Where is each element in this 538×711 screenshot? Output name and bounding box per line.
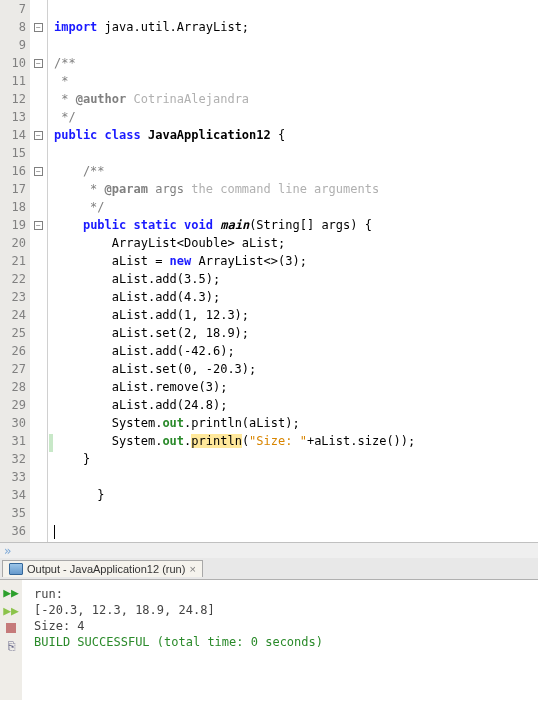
line-number: 15 bbox=[0, 144, 26, 162]
line-number: 23 bbox=[0, 288, 26, 306]
line-number: 29 bbox=[0, 396, 26, 414]
output-content[interactable]: run: [-20.3, 12.3, 18.9, 24.8] Size: 4 B… bbox=[22, 580, 538, 700]
line-number: 32 bbox=[0, 450, 26, 468]
line-number: 22 bbox=[0, 270, 26, 288]
fold-toggle-icon[interactable]: − bbox=[34, 59, 43, 68]
method-name: main bbox=[220, 218, 249, 232]
text-cursor bbox=[54, 525, 55, 539]
line-number: 16 bbox=[0, 162, 26, 180]
line-number: 9 bbox=[0, 36, 26, 54]
build-status-line: BUILD SUCCESSFUL (total time: 0 seconds) bbox=[34, 634, 534, 650]
line-number: 13 bbox=[0, 108, 26, 126]
output-panel-header: Output - JavaApplication12 (run) × bbox=[0, 558, 538, 580]
wrap-icon: ⎘ bbox=[8, 639, 15, 653]
chevron-down-icon[interactable]: » bbox=[4, 544, 11, 558]
javadoc-tag: @author bbox=[76, 92, 127, 106]
line-number: 12 bbox=[0, 90, 26, 108]
change-marker bbox=[49, 434, 53, 452]
output-line: Size: 4 bbox=[34, 618, 534, 634]
line-number: 11 bbox=[0, 72, 26, 90]
line-number: 34 bbox=[0, 486, 26, 504]
highlight: println bbox=[191, 434, 242, 448]
rerun-button[interactable]: ▶▶ bbox=[3, 584, 19, 600]
fold-column[interactable]: − − − − − bbox=[30, 0, 48, 542]
fold-toggle-icon[interactable]: − bbox=[34, 167, 43, 176]
play-icon: ▶▶ bbox=[3, 603, 19, 618]
output-toolbar: ▶▶ ▶▶ ⎘ bbox=[0, 580, 22, 700]
line-number: 36 bbox=[0, 522, 26, 540]
line-number: 14 bbox=[0, 126, 26, 144]
output-tab-label: Output - JavaApplication12 (run) bbox=[27, 563, 185, 575]
close-icon[interactable]: × bbox=[189, 563, 195, 575]
line-number: 18 bbox=[0, 198, 26, 216]
line-number: 30 bbox=[0, 414, 26, 432]
line-number: 25 bbox=[0, 324, 26, 342]
output-tab[interactable]: Output - JavaApplication12 (run) × bbox=[2, 560, 203, 577]
line-number: 33 bbox=[0, 468, 26, 486]
output-window-icon bbox=[9, 563, 23, 575]
class-name: JavaApplication12 bbox=[148, 128, 271, 142]
line-number: 24 bbox=[0, 306, 26, 324]
keyword: import bbox=[54, 20, 97, 34]
line-number: 20 bbox=[0, 234, 26, 252]
settings-button[interactable]: ⎘ bbox=[3, 638, 19, 654]
line-number: 17 bbox=[0, 180, 26, 198]
line-number: 7 bbox=[0, 0, 26, 18]
static-field: out bbox=[162, 416, 184, 430]
output-line: run: bbox=[34, 586, 534, 602]
string-literal: "Size: " bbox=[249, 434, 307, 448]
fold-toggle-icon[interactable]: − bbox=[34, 131, 43, 140]
line-number: 8 bbox=[0, 18, 26, 36]
line-number: 10 bbox=[0, 54, 26, 72]
expand-bar[interactable]: » bbox=[0, 542, 538, 558]
line-number: 27 bbox=[0, 360, 26, 378]
javadoc: /** bbox=[54, 56, 76, 70]
line-number: 31 bbox=[0, 432, 26, 450]
line-number-gutter: 7891011121314151617181920212223242526272… bbox=[0, 0, 30, 542]
play-icon: ▶▶ bbox=[3, 585, 19, 600]
output-line: [-20.3, 12.3, 18.9, 24.8] bbox=[34, 602, 534, 618]
line-number: 35 bbox=[0, 504, 26, 522]
line-number: 21 bbox=[0, 252, 26, 270]
code-area[interactable]: import java.util.ArrayList; /** * * @aut… bbox=[54, 0, 538, 542]
stop-button[interactable] bbox=[3, 620, 19, 636]
fold-toggle-icon[interactable]: − bbox=[34, 221, 43, 230]
line-number: 28 bbox=[0, 378, 26, 396]
code-editor[interactable]: 7891011121314151617181920212223242526272… bbox=[0, 0, 538, 542]
line-number: 19 bbox=[0, 216, 26, 234]
output-panel: ▶▶ ▶▶ ⎘ run: [-20.3, 12.3, 18.9, 24.8] S… bbox=[0, 580, 538, 700]
line-number: 26 bbox=[0, 342, 26, 360]
fold-toggle-icon[interactable]: − bbox=[34, 23, 43, 32]
stop-icon bbox=[6, 623, 16, 633]
rerun-alt-button[interactable]: ▶▶ bbox=[3, 602, 19, 618]
